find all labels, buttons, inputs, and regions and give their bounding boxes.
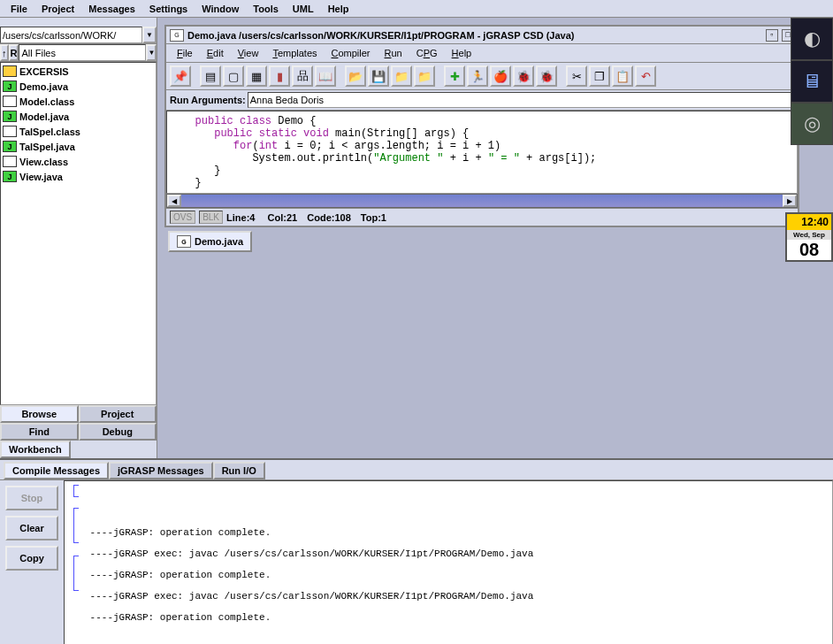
dock-monitor-icon[interactable]: 🖥 <box>791 60 833 103</box>
doc-tab-demo[interactable]: G Demo.java <box>168 231 252 252</box>
ed-menu-file[interactable]: File <box>170 46 200 60</box>
ed-menu-cpg[interactable]: CPG <box>409 46 445 60</box>
runargs-row: Run Arguments: <box>166 90 798 111</box>
scroll-right-icon[interactable]: ▶ <box>783 195 797 207</box>
ed-menu-help[interactable]: Help <box>445 46 479 60</box>
file-item-talspel-class[interactable]: TalSpel.class <box>2 124 155 139</box>
file-item-model-java[interactable]: JModel.java <box>2 109 155 124</box>
clock-date: 08 <box>787 240 831 260</box>
run-icon[interactable]: 🏃 <box>467 65 488 87</box>
ed-menu-templates[interactable]: Templates <box>265 46 324 60</box>
up-button[interactable]: ↑ <box>0 44 9 61</box>
debug-apple-icon[interactable]: 🐞 <box>536 65 557 87</box>
save-icon[interactable]: 💾 <box>368 65 389 87</box>
java-icon: J <box>3 80 17 92</box>
clear-button[interactable]: Clear <box>5 516 58 540</box>
doc-icon: G <box>177 235 191 248</box>
scroll-left-icon[interactable]: ◀ <box>167 195 181 207</box>
run-apple-icon[interactable]: 🍎 <box>490 65 511 87</box>
dock-globe-icon[interactable]: ◐ <box>791 18 833 60</box>
doc-tab-label: Demo.java <box>195 236 243 247</box>
path-input[interactable] <box>0 27 142 43</box>
browse-back-icon[interactable]: 📁 <box>391 65 412 87</box>
left-tabs-2: Find Debug <box>0 423 157 441</box>
tab-jgrasp-messages[interactable]: jGRASP Messages <box>109 462 213 479</box>
compile-icon[interactable]: ✚ <box>444 65 465 87</box>
refresh-button[interactable]: R <box>9 44 19 61</box>
class-icon <box>3 126 17 137</box>
tab-workbench[interactable]: Workbench <box>0 441 71 458</box>
file-item-excersis[interactable]: EXCERSIS <box>2 64 155 79</box>
pin-icon[interactable]: 📌 <box>170 65 191 87</box>
menu-tools[interactable]: Tools <box>246 2 286 16</box>
tab-debug[interactable]: Debug <box>79 423 157 441</box>
paste-icon[interactable]: 📋 <box>612 65 633 87</box>
undo-icon[interactable]: ↶ <box>635 65 656 87</box>
editor-titlebar: G Demo.java /users/cs/carlsson/WORK/KURS… <box>166 27 798 44</box>
uml-icon[interactable]: 品 <box>292 65 313 87</box>
ed-menu-run[interactable]: Run <box>378 46 409 60</box>
msg-buttons: Stop Clear Copy <box>0 480 64 644</box>
nav-row: ↑ R ▼ <box>0 44 157 62</box>
minimize-icon[interactable]: ▫ <box>766 29 778 42</box>
tab-find[interactable]: Find <box>0 423 79 441</box>
file-list[interactable]: EXCERSIS JDemo.java Model.class JModel.j… <box>0 62 157 405</box>
msg-body: Stop Clear Copy ----jGRASP: operation co… <box>0 479 833 644</box>
menu-file[interactable]: File <box>4 2 34 16</box>
scroll-track[interactable] <box>181 195 783 207</box>
path-dropdown-icon[interactable]: ▼ <box>142 27 157 43</box>
dock-app-icon[interactable]: ◎ <box>791 103 833 145</box>
file-item-demo[interactable]: JDemo.java <box>2 79 155 94</box>
file-label: Model.java <box>19 111 69 122</box>
right-area: G Demo.java /users/cs/carlsson/WORK/KURS… <box>157 18 833 458</box>
file-item-view-class[interactable]: View.class <box>2 154 155 169</box>
open-icon[interactable]: 📂 <box>345 65 366 87</box>
status-line: Line:4 <box>226 212 255 223</box>
file-item-model-class[interactable]: Model.class <box>2 94 155 109</box>
menu-uml[interactable]: UML <box>286 2 321 16</box>
linenum-icon[interactable]: ▦ <box>246 65 267 87</box>
status-code: Code:108 <box>307 212 351 223</box>
tab-project[interactable]: Project <box>79 405 157 423</box>
clock-time: 12:40 <box>787 214 831 230</box>
copy-icon[interactable]: ❐ <box>589 65 610 87</box>
tab-run-io[interactable]: Run I/O <box>213 462 265 479</box>
code-editor[interactable]: public class Demo { public static void m… <box>166 111 798 194</box>
cut-icon[interactable]: ✂ <box>566 65 587 87</box>
book-icon[interactable]: 📖 <box>315 65 336 87</box>
stop-button[interactable]: Stop <box>5 486 58 510</box>
class-icon <box>3 156 17 167</box>
copy-button[interactable]: Copy <box>5 546 58 571</box>
ed-menu-compiler[interactable]: Compiler <box>325 46 378 60</box>
msg-output[interactable]: ----jGRASP: operation complete. ----jGRA… <box>64 480 833 644</box>
menu-window[interactable]: Window <box>195 2 246 16</box>
menu-messages[interactable]: Messages <box>81 2 142 16</box>
tab-compile-messages[interactable]: Compile Messages <box>4 462 109 479</box>
filter-input[interactable] <box>19 44 146 61</box>
java-icon: J <box>3 111 17 122</box>
bottom-panel: Compile Messages jGRASP Messages Run I/O… <box>0 458 833 644</box>
ed-menu-edit[interactable]: Edit <box>200 46 231 60</box>
menu-settings[interactable]: Settings <box>142 2 195 16</box>
menu-project[interactable]: Project <box>34 2 81 16</box>
csd-icon[interactable]: ▤ <box>200 65 221 87</box>
file-item-view-java[interactable]: JView.java <box>2 169 155 184</box>
folder-icon <box>3 65 17 77</box>
main-menubar: File Project Messages Settings Window To… <box>0 0 833 18</box>
chart-icon[interactable]: ▮ <box>269 65 290 87</box>
menu-help[interactable]: Help <box>321 2 356 16</box>
file-item-talspel-java[interactable]: JTalSpel.java <box>2 139 155 154</box>
filter-dropdown-icon[interactable]: ▼ <box>146 44 157 61</box>
window-title: Demo.java /users/cs/carlsson/WORK/KURSER… <box>187 30 765 41</box>
browse-fwd-icon[interactable]: 📁 <box>414 65 435 87</box>
debug-icon[interactable]: 🐞 <box>513 65 534 87</box>
window-icon: G <box>170 29 184 42</box>
tab-browse[interactable]: Browse <box>0 405 79 423</box>
ed-menu-view[interactable]: View <box>231 46 266 60</box>
h-scrollbar[interactable]: ◀ ▶ <box>166 194 798 208</box>
runargs-input[interactable] <box>248 92 794 108</box>
status-blk: BLK <box>199 211 223 224</box>
clock-widget[interactable]: 12:40 Wed, Sep 08 <box>785 212 833 262</box>
editor-menubar: File Edit View Templates Compiler Run CP… <box>166 44 798 63</box>
remove-csd-icon[interactable]: ▢ <box>223 65 244 87</box>
